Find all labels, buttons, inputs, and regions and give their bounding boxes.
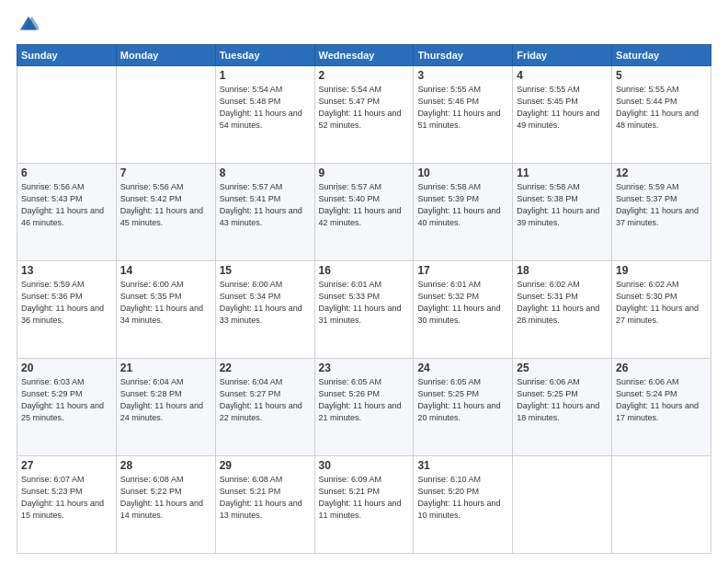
calendar-cell: 31Sunrise: 6:10 AM Sunset: 5:20 PM Dayli… (414, 456, 513, 554)
cell-content: Sunrise: 6:10 AM Sunset: 5:20 PM Dayligh… (417, 474, 508, 522)
day-number: 30 (319, 459, 410, 472)
day-number: 29 (220, 459, 311, 472)
day-number: 8 (220, 167, 311, 179)
day-number: 22 (220, 362, 311, 374)
cell-content: Sunrise: 6:05 AM Sunset: 5:25 PM Dayligh… (417, 376, 508, 424)
calendar-cell: 2Sunrise: 5:54 AM Sunset: 5:47 PM Daylig… (314, 66, 414, 164)
calendar-cell: 12Sunrise: 5:59 AM Sunset: 5:37 PM Dayli… (612, 164, 711, 261)
week-row-4: 20Sunrise: 6:03 AM Sunset: 5:29 PM Dayli… (17, 359, 711, 456)
cell-content: Sunrise: 5:55 AM Sunset: 5:46 PM Dayligh… (417, 84, 508, 132)
day-header-saturday: Saturday (612, 45, 711, 66)
calendar-cell: 30Sunrise: 6:09 AM Sunset: 5:21 PM Dayli… (314, 456, 414, 554)
calendar-cell: 17Sunrise: 6:01 AM Sunset: 5:32 PM Dayli… (414, 261, 513, 359)
header (17, 17, 711, 37)
day-header-tuesday: Tuesday (215, 45, 314, 66)
day-number: 12 (616, 167, 707, 179)
week-row-2: 6Sunrise: 5:56 AM Sunset: 5:43 PM Daylig… (17, 164, 711, 261)
calendar-cell: 23Sunrise: 6:05 AM Sunset: 5:26 PM Dayli… (314, 359, 414, 456)
cell-content: Sunrise: 5:55 AM Sunset: 5:44 PM Dayligh… (616, 84, 707, 132)
cell-content: Sunrise: 5:56 AM Sunset: 5:43 PM Dayligh… (21, 181, 112, 229)
day-number: 1 (220, 69, 311, 82)
cell-content: Sunrise: 6:04 AM Sunset: 5:27 PM Dayligh… (220, 376, 311, 424)
day-number: 2 (319, 69, 410, 82)
header-row: SundayMondayTuesdayWednesdayThursdayFrid… (17, 45, 711, 66)
calendar-cell: 27Sunrise: 6:07 AM Sunset: 5:23 PM Dayli… (17, 456, 117, 554)
cell-content: Sunrise: 6:01 AM Sunset: 5:33 PM Dayligh… (319, 279, 410, 327)
cell-content: Sunrise: 6:07 AM Sunset: 5:23 PM Dayligh… (21, 474, 112, 522)
cell-content: Sunrise: 6:00 AM Sunset: 5:34 PM Dayligh… (220, 279, 311, 327)
calendar-cell: 29Sunrise: 6:08 AM Sunset: 5:21 PM Dayli… (215, 456, 314, 554)
cell-content: Sunrise: 6:03 AM Sunset: 5:29 PM Dayligh… (21, 376, 112, 424)
day-header-monday: Monday (116, 45, 215, 66)
day-number: 31 (417, 459, 508, 472)
cell-content: Sunrise: 5:55 AM Sunset: 5:45 PM Dayligh… (517, 84, 608, 132)
day-number: 6 (21, 167, 112, 179)
cell-content: Sunrise: 5:58 AM Sunset: 5:38 PM Dayligh… (517, 181, 608, 229)
day-number: 25 (517, 362, 608, 374)
calendar-cell: 18Sunrise: 6:02 AM Sunset: 5:31 PM Dayli… (513, 261, 612, 359)
calendar-cell: 25Sunrise: 6:06 AM Sunset: 5:25 PM Dayli… (513, 359, 612, 456)
day-number: 16 (319, 264, 410, 277)
day-header-thursday: Thursday (414, 45, 513, 66)
cell-content: Sunrise: 6:06 AM Sunset: 5:25 PM Dayligh… (517, 376, 608, 424)
cell-content: Sunrise: 6:00 AM Sunset: 5:35 PM Dayligh… (120, 279, 211, 327)
cell-content: Sunrise: 5:57 AM Sunset: 5:41 PM Dayligh… (220, 181, 311, 229)
cell-content: Sunrise: 5:54 AM Sunset: 5:47 PM Dayligh… (319, 84, 410, 132)
logo (17, 17, 39, 37)
calendar-cell (612, 456, 711, 554)
cell-content: Sunrise: 6:02 AM Sunset: 5:30 PM Dayligh… (616, 279, 707, 327)
day-number: 23 (319, 362, 410, 374)
day-header-friday: Friday (513, 45, 612, 66)
day-number: 11 (517, 167, 608, 179)
cell-content: Sunrise: 6:06 AM Sunset: 5:24 PM Dayligh… (616, 376, 707, 424)
calendar-cell: 4Sunrise: 5:55 AM Sunset: 5:45 PM Daylig… (513, 66, 612, 164)
day-number: 24 (417, 362, 508, 374)
calendar-cell: 7Sunrise: 5:56 AM Sunset: 5:42 PM Daylig… (116, 164, 215, 261)
cell-content: Sunrise: 6:09 AM Sunset: 5:21 PM Dayligh… (319, 474, 410, 522)
calendar-cell: 3Sunrise: 5:55 AM Sunset: 5:46 PM Daylig… (414, 66, 513, 164)
week-row-3: 13Sunrise: 5:59 AM Sunset: 5:36 PM Dayli… (17, 261, 711, 359)
calendar-cell: 15Sunrise: 6:00 AM Sunset: 5:34 PM Dayli… (215, 261, 314, 359)
day-number: 5 (616, 69, 707, 82)
calendar-cell: 20Sunrise: 6:03 AM Sunset: 5:29 PM Dayli… (17, 359, 117, 456)
calendar-cell: 8Sunrise: 5:57 AM Sunset: 5:41 PM Daylig… (215, 164, 314, 261)
calendar-cell: 16Sunrise: 6:01 AM Sunset: 5:33 PM Dayli… (314, 261, 414, 359)
calendar-cell: 19Sunrise: 6:02 AM Sunset: 5:30 PM Dayli… (612, 261, 711, 359)
day-number: 17 (417, 264, 508, 277)
week-row-1: 1Sunrise: 5:54 AM Sunset: 5:48 PM Daylig… (17, 66, 711, 164)
calendar-table: SundayMondayTuesdayWednesdayThursdayFrid… (17, 44, 711, 554)
cell-content: Sunrise: 5:59 AM Sunset: 5:36 PM Dayligh… (21, 279, 112, 327)
cell-content: Sunrise: 5:54 AM Sunset: 5:48 PM Dayligh… (220, 84, 311, 132)
cell-content: Sunrise: 5:56 AM Sunset: 5:42 PM Dayligh… (120, 181, 211, 229)
day-number: 7 (120, 167, 211, 179)
day-number: 15 (220, 264, 311, 277)
week-row-5: 27Sunrise: 6:07 AM Sunset: 5:23 PM Dayli… (17, 456, 711, 554)
cell-content: Sunrise: 5:57 AM Sunset: 5:40 PM Dayligh… (319, 181, 410, 229)
calendar-cell: 9Sunrise: 5:57 AM Sunset: 5:40 PM Daylig… (314, 164, 414, 261)
calendar-cell: 11Sunrise: 5:58 AM Sunset: 5:38 PM Dayli… (513, 164, 612, 261)
calendar-cell (17, 66, 117, 164)
cell-content: Sunrise: 5:58 AM Sunset: 5:39 PM Dayligh… (417, 181, 508, 229)
cell-content: Sunrise: 6:08 AM Sunset: 5:21 PM Dayligh… (220, 474, 311, 522)
day-number: 18 (517, 264, 608, 277)
calendar-cell: 22Sunrise: 6:04 AM Sunset: 5:27 PM Dayli… (215, 359, 314, 456)
calendar-cell: 21Sunrise: 6:04 AM Sunset: 5:28 PM Dayli… (116, 359, 215, 456)
calendar-body: 1Sunrise: 5:54 AM Sunset: 5:48 PM Daylig… (17, 66, 711, 554)
day-header-sunday: Sunday (17, 45, 117, 66)
day-number: 10 (417, 167, 508, 179)
day-number: 28 (120, 459, 211, 472)
day-number: 20 (21, 362, 112, 374)
calendar-cell: 26Sunrise: 6:06 AM Sunset: 5:24 PM Dayli… (612, 359, 711, 456)
calendar-header: SundayMondayTuesdayWednesdayThursdayFrid… (17, 45, 711, 66)
calendar-cell: 28Sunrise: 6:08 AM Sunset: 5:22 PM Dayli… (116, 456, 215, 554)
calendar-cell: 10Sunrise: 5:58 AM Sunset: 5:39 PM Dayli… (414, 164, 513, 261)
day-number: 13 (21, 264, 112, 277)
logo-icon (18, 15, 39, 35)
day-number: 4 (517, 69, 608, 82)
calendar-cell: 24Sunrise: 6:05 AM Sunset: 5:25 PM Dayli… (414, 359, 513, 456)
day-number: 19 (616, 264, 707, 277)
day-number: 14 (120, 264, 211, 277)
calendar-cell (116, 66, 215, 164)
cell-content: Sunrise: 6:04 AM Sunset: 5:28 PM Dayligh… (120, 376, 211, 424)
cell-content: Sunrise: 6:08 AM Sunset: 5:22 PM Dayligh… (120, 474, 211, 522)
